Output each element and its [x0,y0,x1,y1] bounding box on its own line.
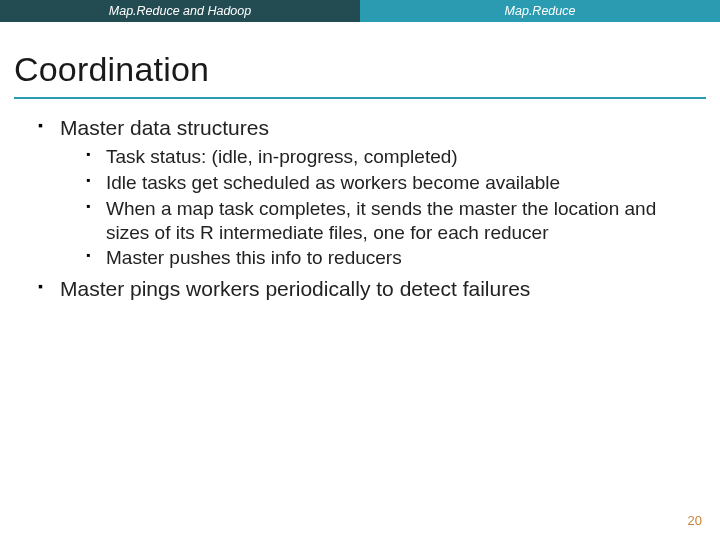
breadcrumb-left-label: Map.Reduce and Hadoop [109,4,251,18]
bullet-text: Idle tasks get scheduled as workers beco… [106,172,560,193]
page-title: Coordination [14,50,706,89]
list-item: Master data structures Task status: (idl… [38,115,696,270]
breadcrumb-right: Map.Reduce [360,0,720,22]
breadcrumb-left: Map.Reduce and Hadoop [0,0,360,22]
sub-bullet-list: Task status: (idle, in-progress, complet… [60,145,696,270]
breadcrumb-right-label: Map.Reduce [505,4,576,18]
breadcrumb-bar: Map.Reduce and Hadoop Map.Reduce [0,0,720,22]
bullet-text: Master pushes this info to reducers [106,247,402,268]
content-area: Master data structures Task status: (idl… [0,99,720,302]
page-number: 20 [688,513,702,528]
list-item: Task status: (idle, in-progress, complet… [86,145,696,169]
bullet-list: Master data structures Task status: (idl… [24,115,696,302]
bullet-text: Master pings workers periodically to det… [60,277,530,300]
list-item: When a map task completes, it sends the … [86,197,696,245]
title-container: Coordination [0,22,720,93]
slide: Map.Reduce and Hadoop Map.Reduce Coordin… [0,0,720,540]
bullet-text: Task status: (idle, in-progress, complet… [106,146,458,167]
list-item: Idle tasks get scheduled as workers beco… [86,171,696,195]
list-item: Master pushes this info to reducers [86,246,696,270]
bullet-text: When a map task completes, it sends the … [106,198,656,243]
list-item: Master pings workers periodically to det… [38,276,696,302]
bullet-text: Master data structures [60,116,269,139]
